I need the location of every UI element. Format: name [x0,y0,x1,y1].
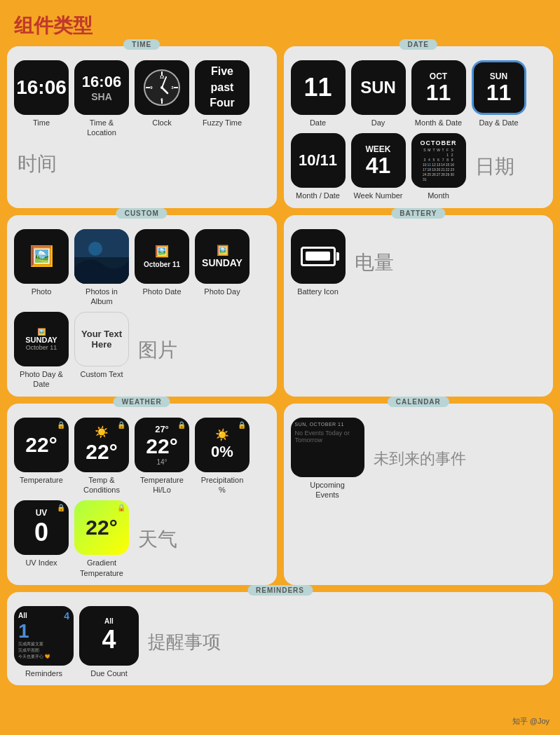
reminders-section: REMINDERS All 4 1 完成两篇文案 完成平面图 今天也要开心 🧡 [7,592,553,685]
lock-icon: 🔒 [57,504,65,511]
lock-icon: 🔒 [57,421,65,429]
lock-icon: 🔒 [177,421,186,429]
widget-fuzzy-time: Five past Four Fuzzy Time [195,60,250,128]
album-image-svg [74,229,129,284]
widget-photo-day: 🖼️ SUNDAY Photo Day [195,229,250,296]
reminders-deco: 提醒事项 [144,623,224,661]
custom-label: CUSTOM [116,208,168,219]
svg-point-14 [88,242,102,256]
time-label: TIME [123,39,160,50]
widget-temp-conditions: 🔒 ☀️ 22° Temp &Conditions [74,418,129,495]
time-deco: 时间 [14,144,60,184]
widget-temp-hilo: 🔒 27° 22° 14° TemperatureHi/Lo [135,418,189,495]
widget-custom-text: Your Text Here Custom Text [74,312,129,379]
custom-deco: 图片 [135,330,181,371]
battery-section: BATTERY Battery Icon 电量 [284,215,554,397]
widget-clock: 12 3 6 9 Clock [135,60,189,128]
widget-photo: 🖼️ Photo [14,229,69,296]
battery-deco: 电量 [351,242,397,283]
lock-icon: 🔒 [117,504,125,511]
weather-section: WEATHER 🔒 22° Temperature 🔒 ☀️ 22° Temp … [7,404,277,585]
weather-deco: 天气 [135,519,181,560]
widget-month-date: OCT 11 Month & Date [411,60,466,128]
calendar-section: CALENDAR SUN, OCTOBER 11 No Events Today… [284,404,554,585]
widget-precipitation: 🔒 ☀️ 0% Precipitation% [195,418,250,495]
calendar-deco: 未到来的事件 [370,441,470,476]
widget-gradient-temp: 🔒 22° GradientTemperature [74,500,129,578]
reminders-label: REMINDERS [247,585,313,596]
widget-temperature: 🔒 22° Temperature [14,418,69,485]
widget-photo-day-date: 🖼️ SUNDAY October 11 Photo Day &Date [14,312,69,390]
widget-due-count: All 4 Due Count [79,606,139,678]
widget-photo-date: 🖼️ October 11 Photo Date [135,229,189,296]
lock-icon: 🔒 [238,421,246,429]
svg-text:12: 12 [160,75,165,79]
date-section: DATE 11 Date SUN Day OCT 11 [284,46,554,208]
calendar-label: CALENDAR [388,397,449,407]
custom-section: CUSTOM 🖼️ Photo Photos [7,215,277,397]
widget-time: 16:06 Time [14,60,69,128]
widget-week-number: WEEK 41 Week Number [351,133,406,200]
widget-month-slash-date: 10/11 Month / Date [291,133,346,200]
widget-date: 11 Date [291,60,346,128]
date-label: DATE [399,39,437,50]
widget-reminders: All 4 1 完成两篇文案 完成平面图 今天也要开心 🧡 Reminders [14,606,74,678]
time-section: TIME 16:06 Time 16:06 SHA Time &Location [7,46,277,208]
widget-time-location: 16:06 SHA Time &Location [74,60,129,138]
credit: 知乎 @Joy [512,716,549,727]
widget-day: SUN Day [351,60,406,128]
widget-photos-album: Photos inAlbum [74,229,129,307]
widget-day-date: SUN 11 Day & Date [472,60,526,128]
svg-point-7 [161,86,163,89]
widget-month-cal: OCTOBER SMTWTFS 12 3456789 1011121314151… [411,133,466,200]
page-title: 组件类型 [0,0,560,46]
battery-label: BATTERY [391,208,445,219]
widget-battery-icon: Battery Icon [291,229,346,296]
battery-icon [301,247,336,266]
clock-svg: 12 3 6 9 [143,69,181,107]
lock-icon: 🔒 [117,421,125,429]
widget-upcoming-events: SUN, OCTOBER 11 No Events Today orTomorr… [291,418,364,500]
widget-uv-index: 🔒 UV 0 UV Index [14,500,69,568]
weather-label: WEATHER [114,397,170,407]
date-deco: 日期 [472,146,518,187]
